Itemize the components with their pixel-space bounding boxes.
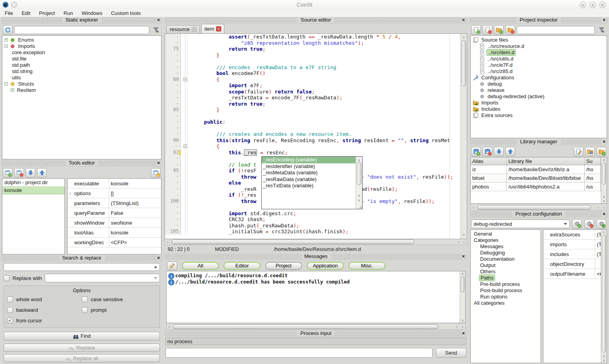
editor-hscrollbar[interactable]: ‹ ‹› [165,239,467,245]
remove-library-button[interactable]: − [482,147,492,156]
config-property-row[interactable]: includes(T [543,249,607,259]
project-inspector-item[interactable]: Includes [471,106,607,112]
static-explorer-item[interactable]: std.string [2,68,161,74]
message-item[interactable]: i/.../build/resource.d.coedit has been s… [168,278,465,285]
code-editor[interactable]: · assert(_resTxtData.length == _resRawDa… [165,34,467,239]
add-library-button[interactable]: + [471,147,481,156]
config-property-row[interactable]: extraSources(T [543,230,607,240]
execute-tool-button[interactable]: ϟ [151,168,161,177]
code-line[interactable]: · "z85 representation length mismatches"… [165,40,467,46]
code-line[interactable]: · /// creates and encodes a new resource… [165,131,467,137]
message-item[interactable]: icompiling /.../build/resource.d.coedit [168,272,465,278]
config-vscrollbar[interactable]: ∧ ∧ ∨ [601,230,607,363]
scan-folder-button[interactable]: + [596,147,606,156]
menu-custom-tools[interactable]: Custom tools [111,10,141,16]
code-line[interactable]: · [165,58,467,64]
filter-all-button[interactable]: All [182,262,219,270]
close-tab-icon[interactable]: × [192,27,197,32]
config-category-item[interactable]: Pre-build process [471,281,541,287]
project-inspector-item[interactable]: ../src/z85.d [471,68,607,74]
completion-item[interactable]: _resTxtData (variable) [262,183,356,189]
editor-vscrollbar-thumb[interactable] [462,40,466,86]
popup-scrollbar[interactable]: ∧ ∧ ∨ [356,157,362,209]
messages-hscrollbar-thumb[interactable] [173,324,438,329]
remove-folder-button[interactable]: − [505,25,515,35]
static-explorer-item[interactable]: core.exception [2,49,161,55]
column-header-alias[interactable]: Alias [471,157,507,165]
code-line[interactable]: 85 } [165,107,467,113]
code-line[interactable]: · CRC32 ihash; [165,216,467,223]
expand-icon[interactable]: + [11,88,14,92]
code-line[interactable]: · scope(failure) return false; [165,89,467,95]
move-library-up-button[interactable] [505,147,515,156]
code-line[interactable]: 75 return true; [165,46,467,52]
case-sensitive-checkbox[interactable] [82,296,88,302]
tool-list-item[interactable]: konsole [2,187,64,194]
remove-source-button[interactable]: − [482,25,492,35]
code-line[interactable]: · assert(_resTxtData.length == _resRawDa… [165,34,467,40]
config-category-item[interactable]: Output [471,262,541,268]
library-hscrollbar[interactable]: ‹ ‹› [470,205,607,210]
code-line[interactable]: 105 _initialSum = crc322uint(ihash.finis… [165,229,467,235]
project-inspector-item[interactable]: debug-redirected (active) [471,93,607,99]
completion-item[interactable]: _resIdentifier (variable) [262,163,356,170]
tool-property-value[interactable]: [] [109,190,161,196]
close-panel-icon[interactable]: × [602,139,606,145]
collapse-icon[interactable]: − [4,82,8,86]
configuration-select[interactable]: debug-redirected [471,219,570,228]
close-panel-icon[interactable]: × [602,211,606,217]
backward-checkbox[interactable] [7,307,13,313]
move-library-down-button[interactable] [494,147,504,156]
config-category-item[interactable]: Run options [471,293,541,300]
move-tool-down-button[interactable] [26,168,35,177]
search-combo[interactable] [4,263,160,271]
completion-item[interactable]: _resRawData (variable) [262,176,356,183]
add-tool-button[interactable]: + [3,168,13,177]
library-hscrollbar-thumb[interactable] [477,205,591,210]
edit-library-button[interactable] [574,147,583,156]
editor-hscrollbar-thumb[interactable] [171,240,415,244]
replace-combo[interactable] [45,274,160,282]
project-inspector-item[interactable]: ../src/e7F.d [471,62,607,68]
fold-collapse-icon[interactable]: − [183,145,187,148]
collapse-icon[interactable]: − [4,44,8,48]
filter-application-button[interactable]: Application [307,262,344,270]
static-explorer-item[interactable]: utils [2,74,161,80]
config-property-row[interactable]: outputFilename<C [543,269,607,279]
remove-tool-button[interactable]: − [14,168,24,177]
editor-tab-item[interactable]: item× [201,24,225,33]
config-category-item[interactable]: Paths [471,274,541,281]
config-category-item[interactable]: Others [471,268,541,274]
project-inspector-item[interactable]: ../src/utils.d [471,55,607,62]
add-folder-button[interactable]: + [494,25,504,35]
replace-button[interactable]: ab Replace [4,344,160,352]
project-inspector-item[interactable]: Source files [471,37,607,43]
code-line[interactable]: · /// encodes _resRawData to a e7F strin… [165,64,467,71]
code-line[interactable]: · return true; [165,101,467,107]
static-explorer-item[interactable]: −Structs [2,80,161,87]
project-inspector-item[interactable]: Imports [471,99,607,106]
tool-property-value[interactable]: (TStringList) [109,200,161,206]
project-inspector-item[interactable]: ../src/resource.d [471,43,607,49]
find-button[interactable]: Find [4,332,160,340]
replace-enable-checkbox[interactable] [4,275,9,281]
static-explorer-item[interactable]: +Enums [2,37,161,43]
static-explorer-item[interactable]: std.path [2,62,161,68]
code-line[interactable]: · import e7F; [165,82,467,89]
config-category-item[interactable]: Documentation [471,256,541,262]
close-panel-icon[interactable]: × [461,331,466,336]
config-category-item[interactable]: Categories [471,237,541,243]
config-category-item[interactable]: Messages [471,243,541,249]
config-property-row[interactable]: imports(T [543,240,607,249]
add-configuration-button[interactable]: + [572,219,582,229]
close-panel-icon[interactable]: × [602,17,606,23]
filter-project-button[interactable]: Project [265,262,302,270]
project-inspector-item[interactable]: release [471,87,607,93]
clear-filter-button[interactable] [151,25,161,35]
code-line[interactable]: · bool encodee7F() [165,70,467,77]
static-explorer-item[interactable]: std.file [2,55,161,62]
tool-property-row[interactable]: ›options[] [68,188,161,198]
code-line[interactable]: · import std.digest.crc; [165,210,467,217]
filter-editor-button[interactable]: Editor [224,262,260,270]
code-line[interactable]: · } [165,52,467,59]
